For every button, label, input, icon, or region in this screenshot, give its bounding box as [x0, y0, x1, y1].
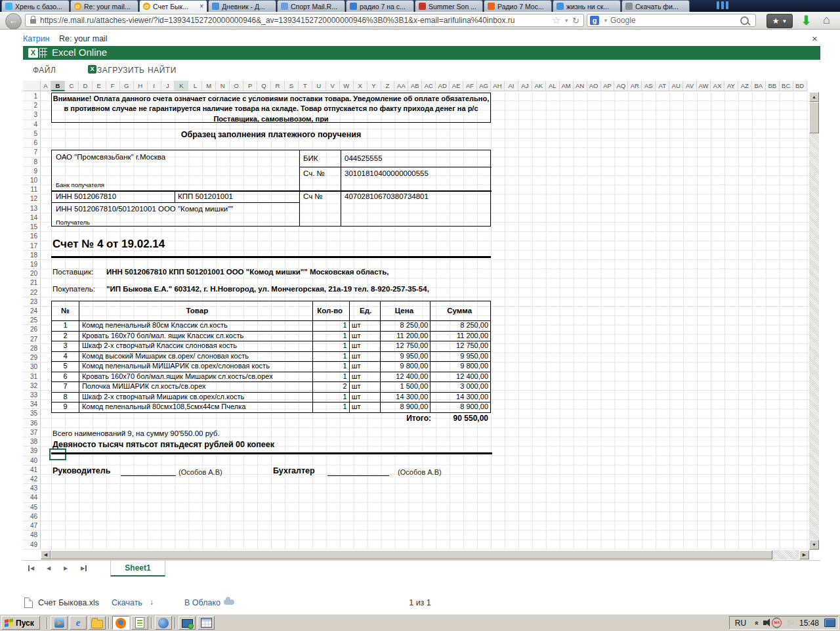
- bookmark-star-icon[interactable]: ☆: [552, 14, 560, 26]
- wmp-button[interactable]: ▶: [51, 616, 68, 630]
- column-header[interactable]: AI: [505, 81, 518, 91]
- item-cell[interactable]: 12 750,00: [381, 341, 431, 351]
- row-header[interactable]: 1: [23, 92, 41, 101]
- item-cell[interactable]: 3: [52, 341, 79, 351]
- column-header[interactable]: H: [134, 81, 148, 91]
- item-cell[interactable]: 9 800,00: [430, 362, 490, 372]
- invoice-warning[interactable]: Внимание! Оплата данного счета означает …: [51, 93, 491, 123]
- column-header[interactable]: A: [41, 81, 51, 91]
- item-cell[interactable]: шт: [350, 372, 381, 382]
- column-header[interactable]: AC: [422, 81, 436, 91]
- column-header[interactable]: L: [188, 81, 202, 91]
- item-cell[interactable]: 1: [313, 372, 350, 382]
- item-cell[interactable]: 12 400,00: [381, 372, 431, 382]
- start-button[interactable]: Пуск: [1, 616, 40, 630]
- column-header[interactable]: AA: [394, 81, 408, 91]
- row-header[interactable]: 5: [23, 129, 41, 139]
- row-header[interactable]: 13: [23, 204, 41, 213]
- row-header[interactable]: 24: [23, 307, 41, 316]
- home-button[interactable]: ⌂: [823, 13, 830, 27]
- menu-file[interactable]: ФАЙЛ: [33, 66, 56, 75]
- item-cell[interactable]: Полочка МИШАРИК сл.кость/св.орех: [79, 382, 313, 392]
- download-link[interactable]: Скачать: [112, 598, 142, 607]
- row-header[interactable]: 49: [23, 540, 41, 550]
- item-cell[interactable]: 14 300,00: [381, 393, 431, 403]
- item-cell[interactable]: Комод пеленальный МИШАРИК св.орех/слонов…: [79, 362, 313, 372]
- row-header[interactable]: 42: [23, 475, 41, 484]
- volume-icon[interactable]: [763, 620, 766, 625]
- ie-button[interactable]: e: [70, 616, 87, 630]
- column-header[interactable]: V: [326, 81, 340, 91]
- horizontal-scroll-thumb[interactable]: [51, 550, 772, 559]
- row-header[interactable]: 25: [23, 316, 41, 325]
- item-cell[interactable]: шт: [350, 393, 381, 403]
- item-cell[interactable]: 1: [313, 321, 350, 331]
- row-header[interactable]: 10: [23, 176, 41, 185]
- vertical-scroll-thumb[interactable]: [809, 102, 819, 133]
- language-indicator[interactable]: RU: [732, 619, 749, 628]
- bank-details-table[interactable]: ОАО "Промсвязьбанк" г.Москва Банк получа…: [51, 150, 491, 227]
- column-header[interactable]: AP: [601, 81, 615, 91]
- row-header[interactable]: 47: [23, 521, 41, 531]
- item-cell[interactable]: 4: [52, 352, 79, 362]
- column-header[interactable]: J: [161, 81, 175, 91]
- item-cell[interactable]: 6: [52, 372, 79, 382]
- column-header[interactable]: AL: [546, 81, 560, 91]
- item-cell[interactable]: Комод высокий Мишарик св.орех/ слоновая …: [79, 352, 313, 362]
- item-cell[interactable]: 9 800,00: [381, 362, 431, 372]
- row-header[interactable]: 28: [23, 344, 41, 353]
- payment-sample-title[interactable]: Образец заполнения платежного поручения: [51, 130, 491, 139]
- row-header[interactable]: 45: [23, 503, 41, 512]
- item-cell[interactable]: 5: [52, 362, 79, 372]
- row-header[interactable]: 8: [23, 158, 41, 167]
- browser-tab[interactable]: жизнь ни ск...: [553, 0, 621, 12]
- browser-tab[interactable]: Хрень с базо...: [1, 0, 70, 12]
- column-header[interactable]: C: [65, 81, 79, 91]
- item-cell[interactable]: 1: [313, 341, 350, 351]
- column-header[interactable]: P: [243, 81, 257, 91]
- address-bar[interactable]: https://e.mail.ru/attaches-viewer/?id=13…: [25, 14, 584, 27]
- column-header[interactable]: S: [285, 81, 299, 91]
- column-header[interactable]: BB: [766, 81, 780, 91]
- menu-download[interactable]: ЗАГРУЗИТЬ: [97, 66, 144, 75]
- item-row[interactable]: 1Комод пеленальный 80см Классик сл.кость…: [52, 320, 490, 331]
- row-header[interactable]: 41: [23, 466, 41, 475]
- item-cell[interactable]: 11 200,00: [381, 332, 431, 341]
- row-header[interactable]: 39: [23, 446, 41, 456]
- row-header[interactable]: 30: [23, 362, 41, 372]
- scroll-up-icon[interactable]: ▲: [809, 92, 819, 102]
- item-cell[interactable]: 1 500,00: [381, 382, 431, 392]
- column-header[interactable]: AO: [587, 81, 601, 91]
- row-header[interactable]: 37: [23, 428, 41, 437]
- item-cell[interactable]: 1: [313, 393, 350, 403]
- row-header[interactable]: 15: [23, 223, 41, 232]
- row-header[interactable]: 34: [23, 400, 41, 409]
- column-header[interactable]: AY: [724, 81, 738, 91]
- column-header[interactable]: BD: [793, 81, 807, 91]
- firefox-button[interactable]: [112, 616, 129, 630]
- column-header[interactable]: AE: [450, 81, 463, 91]
- search-icon[interactable]: [740, 16, 749, 25]
- sheet-corner-cell[interactable]: [23, 81, 41, 91]
- column-header[interactable]: AX: [711, 81, 724, 91]
- column-header[interactable]: T: [299, 81, 312, 91]
- row-header[interactable]: 12: [23, 194, 41, 204]
- item-cell[interactable]: 12 750,00: [430, 341, 490, 351]
- remote-button[interactable]: [178, 616, 196, 630]
- row-header[interactable]: 14: [23, 213, 41, 223]
- last-sheet-icon[interactable]: ▶: [81, 565, 87, 571]
- browser-tab[interactable]: @Счет Бык...×: [139, 0, 207, 12]
- browser-tab[interactable]: Summer Son ...: [415, 0, 483, 12]
- item-cell[interactable]: 8 900,00: [381, 403, 431, 412]
- item-cell[interactable]: 7: [52, 382, 79, 392]
- download-arrow-icon[interactable]: ↓: [150, 598, 154, 607]
- item-cell[interactable]: Кровать 160х70 бол/мал.ящик Мишарик сл.к…: [79, 372, 313, 382]
- column-header[interactable]: AG: [477, 81, 491, 91]
- sheet-tab-sheet1[interactable]: Sheet1: [110, 561, 165, 577]
- item-cell[interactable]: 11 200,00: [430, 332, 490, 341]
- item-cell[interactable]: 8: [52, 393, 79, 403]
- browser-tab[interactable]: @Re: your mail...: [70, 0, 138, 12]
- back-button[interactable]: ←: [5, 13, 22, 30]
- item-cell[interactable]: Кровать 160х70 бол/мал. ящик Классик сл.…: [79, 332, 313, 341]
- row-header[interactable]: 40: [23, 456, 41, 466]
